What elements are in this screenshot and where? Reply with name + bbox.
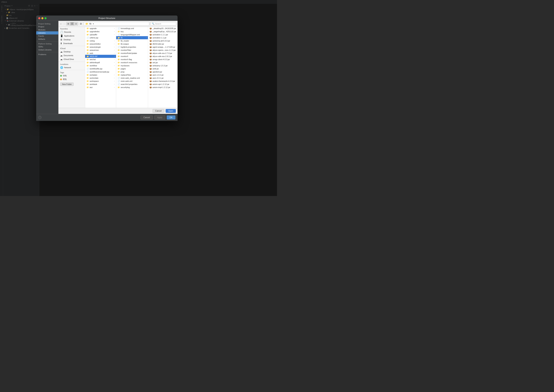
nav-item-artifacts[interactable]: Artifacts <box>36 38 58 41</box>
file-item-resin-web-readme[interactable]: 📄 resin-web_readme.xml <box>116 77 148 80</box>
file-item-voting[interactable]: 📁 voting › <box>85 39 116 42</box>
file-open-button[interactable]: Open <box>166 109 176 113</box>
nav-item-problems[interactable]: Problems <box>36 53 58 56</box>
file-item-detailimp[interactable]: 📦 _detailImp20...04181935.jar <box>148 27 178 30</box>
file-item-securitylog[interactable]: 📁 securitylog <box>116 86 148 89</box>
file-item-workplan[interactable]: 📁 workplan › <box>85 73 116 77</box>
file-item-monitorx[interactable]: 📁 monitorX <box>116 55 148 58</box>
file-item-monitorx-flag[interactable]: 📁 monitorX-flag <box>116 58 148 61</box>
file-item-workflowversion[interactable]: 📄 workflowversionadd.jsp <box>85 70 116 73</box>
file-item-myclasses[interactable]: 📁 myclasses <box>116 64 148 67</box>
fav-item-network[interactable]: 🌐 Network <box>58 66 85 70</box>
path-dropdown-arrow[interactable]: ▼ <box>92 23 94 25</box>
fav-item-documents[interactable]: ☁ Documents <box>58 54 85 57</box>
file-item-monitorfilter[interactable]: 📁 monitorFilter <box>116 49 148 52</box>
fav-item-recents[interactable]: 🕐 Recents <box>58 30 85 34</box>
file-item-monitorx-resources[interactable]: 📁 monitorX-resources <box>116 61 148 64</box>
column-view-button[interactable]: ⊞ <box>66 22 70 25</box>
file-item-web[interactable]: 📁 web › <box>85 52 116 55</box>
file-item-weavereditor[interactable]: 📁 weaverEditor › <box>85 42 116 45</box>
new-folder-button[interactable]: New Folder <box>60 83 74 86</box>
file-item-key[interactable]: 📁 key <box>116 30 148 33</box>
file-item-activation111[interactable]: 📦 activation-1.1.1.jar <box>148 33 178 36</box>
file-item-workrelate[interactable]: 📁 workrelate › <box>85 77 116 80</box>
file-item-wageimpexp[interactable]: 📦 _wageImpExp...4251122.jar <box>148 30 178 33</box>
file-item-worktask[interactable]: 📁 worktask › <box>85 83 116 86</box>
file-item-log4jinit[interactable]: 📄 log4jinit.properties <box>116 45 148 49</box>
file-item-aescoder[interactable]: 📦 AESCoder.jar <box>148 42 178 45</box>
nav-item-sdks[interactable]: SDKs <box>36 45 58 48</box>
file-item-upgrade[interactable]: 📁 upgrade › <box>85 27 116 30</box>
file-item-lib-reader[interactable]: 📁 lib_reader <box>116 39 148 42</box>
nav-item-facets[interactable]: Facets <box>36 35 58 38</box>
fav-item-tag-green[interactable]: 绿色 <box>58 74 85 77</box>
path-field[interactable]: 📁 lib ▼ <box>84 22 149 26</box>
file-item-weaverplugin[interactable]: 📁 weaverplugin › <box>85 45 116 49</box>
search-placeholder: Search <box>155 23 161 25</box>
file-item-ant[interactable]: 📦 ant.jar <box>148 61 178 64</box>
file-item-activation11[interactable]: 📦 activation-1.1.jar <box>148 36 178 39</box>
fav-item-applications[interactable]: 📱 Applications <box>58 34 85 38</box>
search-field[interactable]: 🔍 Search <box>150 22 176 26</box>
file-item-antlr[interactable]: 📦 antlr.jar <box>148 67 178 70</box>
file-item-prop[interactable]: 📁 prop <box>116 70 148 73</box>
file-item-apiclient[interactable]: 📦 apiclient.jar <box>148 70 178 73</box>
file-item-aliyun-sdk-283[interactable]: 📦 aliyun-sdk-oss-2.8.3.jar <box>148 55 178 58</box>
file-item-urltime[interactable]: 📄 urltime.jsp <box>85 36 116 39</box>
close-traffic-light[interactable] <box>38 17 40 19</box>
file-item-workflowfile[interactable]: 📄 workflowfile.jsp <box>85 67 116 70</box>
back-button[interactable]: ‹ <box>60 22 62 26</box>
file-item-workflow[interactable]: 📁 workflow › <box>85 64 116 67</box>
xml-icon: 📄 <box>118 27 120 30</box>
file-item-webinf[interactable]: 📁 WEB-INF › <box>85 55 116 58</box>
list-view-button[interactable]: ☰ <box>70 22 74 25</box>
file-item-asm-331[interactable]: 📦 asm-3.3.1.jar <box>148 77 178 80</box>
help-button[interactable]: ? <box>38 116 41 119</box>
file-item-resin-web[interactable]: 📄 resin-web.xml <box>116 80 148 83</box>
file-item-replacefiles[interactable]: 📁 replaceFiles <box>116 73 148 77</box>
file-item-aliyun-opens[interactable]: 📦 aliyun-opens...ices-1.2.3.jar <box>148 49 178 52</box>
forward-button[interactable]: › <box>63 22 65 26</box>
file-item-axiom-api[interactable]: 📦 axiom-api-1.2.12.jar <box>148 83 178 86</box>
file-item-axiom-impl[interactable]: 📦 axiom-impl-1.2.12.jar <box>148 86 178 89</box>
action-button[interactable]: ⚙ <box>79 22 83 26</box>
file-item-searchinf[interactable]: 📄 searchInf.properties <box>116 83 148 86</box>
nav-item-project[interactable]: Project <box>36 25 58 28</box>
cancel-button[interactable]: Cancel <box>140 115 153 119</box>
fav-item-downloads[interactable]: ⬇ Downloads <box>58 42 85 45</box>
minimize-traffic-light[interactable] <box>41 17 43 19</box>
apply-button[interactable]: Apply <box>154 115 165 119</box>
file-item-aliyun-sdk-270[interactable]: 📦 aliyun-sdk-oss-2.7.0.jar <box>148 52 178 55</box>
file-item-weaversso[interactable]: 📁 weaversso › <box>85 49 116 52</box>
fav-item-icloud-drive[interactable]: ☁ iCloud Drive <box>58 57 85 61</box>
fav-item-icloud-desktop[interactable]: ☁ Desktop <box>58 50 85 54</box>
file-item-hrmsettings[interactable]: 📄 hrmsettings.xml <box>116 27 148 30</box>
file-item-upgradedoc[interactable]: 📁 upgradedoc › <box>85 30 116 33</box>
file-item-uploadflv[interactable]: 📁 uploadflv › <box>85 33 116 36</box>
fav-item-tag-orange[interactable]: 橙色 <box>58 77 85 81</box>
file-item-avalon[interactable]: 📦 avalon-framework-4.2.0.jar <box>148 80 178 83</box>
file-item-wui[interactable]: 📁 wui › <box>85 86 116 89</box>
file-item-asm-102[interactable]: 📦 asm-1.0.2.jar <box>148 73 178 77</box>
fav-item-desktop[interactable]: 🖥 Desktop <box>58 38 85 42</box>
file-item-workspace[interactable]: 📁 workspace › <box>85 80 116 83</box>
file-item-pages[interactable]: 📁 pages <box>116 67 148 70</box>
nav-item-global-libraries[interactable]: Global Libraries <box>36 48 58 51</box>
file-item-lib-soapui[interactable]: 📁 lib-soapui <box>116 42 148 45</box>
nav-item-libraries[interactable]: Libraries <box>36 31 58 35</box>
nav-item-modules[interactable]: Modules <box>36 28 58 31</box>
file-item-wechat[interactable]: 📁 wechat › <box>85 58 116 61</box>
file-item-activemq[interactable]: 📦 activemq-all-5.0.0.jar <box>148 39 178 42</box>
footer-right: Cancel Apply OK <box>140 115 175 119</box>
file-item-monitorruleupdate[interactable]: 📁 monitorRuleUpdate <box>116 52 148 55</box>
maximize-traffic-light[interactable] <box>44 17 47 19</box>
ok-button[interactable]: OK <box>167 115 175 119</box>
file-cancel-button[interactable]: Cancel <box>152 109 164 113</box>
icon-view-button[interactable]: ⊡ <box>74 22 78 25</box>
file-item-agent-wrapp[interactable]: 📦 agent-wrapp....1.17.628.jar <box>148 45 178 49</box>
file-item-languageidmapper[interactable]: 📄 languageIdMapper.xml <box>116 33 148 36</box>
file-item-antisamy[interactable]: 📦 antisamy-1.5.3.jar <box>148 64 178 67</box>
file-item-lib[interactable]: 📁 lib › <box>116 36 148 39</box>
file-item-wkhtmltopdf[interactable]: 📁 wkhtmltopdf › <box>85 61 116 64</box>
file-item-amqp[interactable]: 📦 amqp-client-4.0.3.jar <box>148 58 178 61</box>
